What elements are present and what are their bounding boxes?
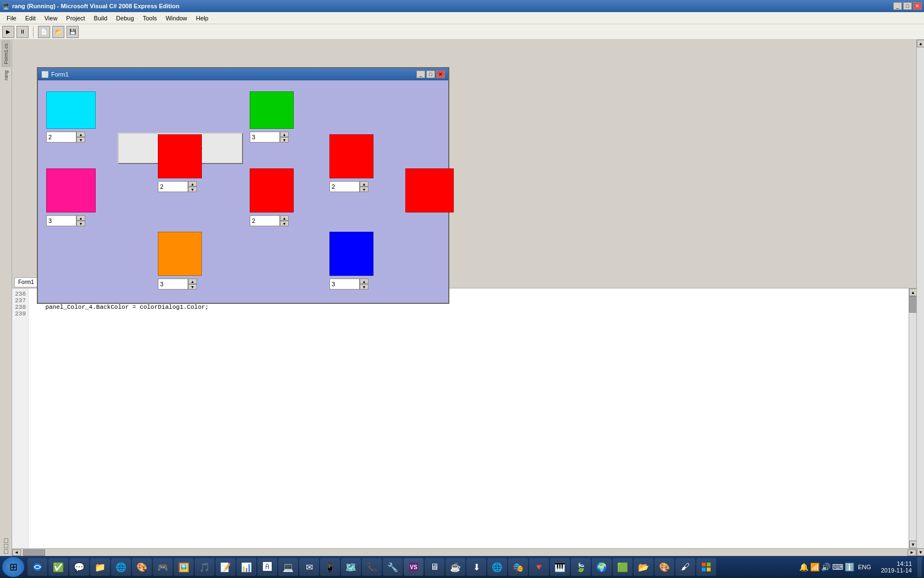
start-button[interactable]: ⊞ — [2, 557, 24, 577]
vertical-scrollbar[interactable]: ▲ ▼ — [909, 288, 916, 548]
menu-edit[interactable]: Edit — [21, 14, 40, 23]
taskbar-check[interactable]: ✅ — [48, 558, 68, 576]
sidebar-form-tab[interactable]: Form1.cs — [2, 41, 10, 67]
taskbar-java[interactable]: ☕ — [446, 558, 465, 576]
spinner-2[interactable]: ▲ ▼ — [158, 181, 197, 192]
minimize-button[interactable]: _ — [893, 2, 902, 10]
menu-project[interactable]: Project — [62, 14, 89, 23]
taskbar-network[interactable]: 🌐 — [487, 558, 507, 576]
panel-green[interactable] — [250, 91, 294, 129]
panel-orange[interactable] — [158, 232, 202, 276]
taskbar-phone[interactable]: 📞 — [362, 558, 382, 576]
hscroll-thumb[interactable] — [23, 549, 45, 556]
menu-help[interactable]: Help — [191, 14, 213, 23]
spinner-6-input[interactable] — [46, 215, 76, 226]
menu-build[interactable]: Build — [90, 14, 112, 23]
spinner-6-down[interactable]: ▼ — [76, 221, 85, 226]
taskbar-dev[interactable]: 💻 — [278, 558, 298, 576]
taskbar-photo[interactable]: 🖼️ — [174, 558, 194, 576]
spinner-5-input[interactable] — [329, 181, 360, 192]
tray-icon-2[interactable]: 📶 — [810, 563, 820, 571]
spinner-4-up[interactable]: ▲ — [280, 215, 289, 221]
taskbar-download[interactable]: ⬇ — [466, 558, 486, 576]
menu-view[interactable]: View — [40, 14, 62, 23]
vscroll-thumb[interactable] — [909, 296, 916, 313]
vscroll-up-btn[interactable]: ▲ — [909, 288, 916, 296]
spinner-5[interactable]: ▲ ▼ — [329, 181, 369, 192]
spinner-2-up[interactable]: ▲ — [188, 181, 197, 187]
spinner-4-input[interactable] — [250, 215, 280, 226]
spinner-5-down[interactable]: ▼ — [360, 187, 369, 192]
taskbar-vs[interactable]: VS — [404, 558, 424, 576]
spinner-1-input[interactable] — [46, 132, 76, 143]
spinner-3[interactable]: ▲ ▼ — [250, 132, 289, 143]
menu-tools[interactable]: Tools — [139, 14, 162, 23]
code-text-area[interactable]: colorDialog1.ShowDialog(); panel_Color_4… — [29, 288, 909, 548]
rscroll-down[interactable]: ▼ — [917, 548, 924, 556]
tray-icon-4[interactable]: ⌨ — [832, 563, 843, 571]
taskbar-maps[interactable]: 🗺️ — [341, 558, 361, 576]
vscroll-down-btn[interactable]: ▼ — [909, 541, 916, 548]
spinner-7-up[interactable]: ▲ — [188, 279, 197, 284]
spinner-1[interactable]: ▲ ▼ — [46, 132, 85, 143]
toolbar-btn-2[interactable]: ⏸ — [16, 26, 29, 38]
spinner-4-down[interactable]: ▼ — [280, 221, 289, 226]
taskbar-game[interactable]: 🎮 — [153, 558, 173, 576]
toolbar-btn-save[interactable]: 💾 — [67, 26, 79, 38]
panel-red2[interactable] — [250, 168, 294, 212]
tray-icon-3[interactable]: 🔊 — [821, 563, 831, 571]
panel-blue[interactable] — [329, 232, 373, 276]
taskbar-3d[interactable]: 🎭 — [508, 558, 528, 576]
taskbar-ps[interactable]: 🖌 — [675, 558, 695, 576]
taskbar-globe[interactable]: 🌍 — [592, 558, 612, 576]
toolbar-btn-1[interactable]: ▶ — [2, 26, 14, 38]
menu-window[interactable]: Window — [161, 14, 191, 23]
spinner-3-up[interactable]: ▲ — [280, 132, 289, 137]
taskbar-android[interactable]: 📱 — [320, 558, 340, 576]
menu-debug[interactable]: Debug — [112, 14, 138, 23]
panel-red3[interactable] — [329, 134, 373, 178]
spinner-3-down[interactable]: ▼ — [280, 137, 289, 143]
taskbar-files[interactable]: 📁 — [90, 558, 110, 576]
hscroll-right-btn[interactable]: ► — [908, 549, 916, 556]
spinner-1-down[interactable]: ▼ — [76, 137, 85, 143]
taskbar-whatsapp[interactable]: 💬 — [69, 558, 89, 576]
taskbar-mail[interactable]: ✉ — [299, 558, 319, 576]
taskbar-art[interactable]: 🎨 — [654, 558, 674, 576]
spinner-8-down[interactable]: ▼ — [360, 284, 369, 290]
taskbar-dev2[interactable]: 🖥 — [425, 558, 444, 576]
spinner-2-input[interactable] — [158, 181, 188, 192]
spinner-2-down[interactable]: ▼ — [188, 187, 197, 192]
spinner-7-input[interactable] — [158, 279, 188, 290]
taskbar-ie[interactable] — [28, 558, 47, 576]
spinner-4[interactable]: ▲ ▼ — [250, 215, 289, 226]
taskbar-music[interactable]: 🎵 — [195, 558, 215, 576]
spinner-6[interactable]: ▲ ▼ — [46, 215, 85, 226]
spinner-8-input[interactable] — [329, 279, 360, 290]
taskbar-excel[interactable]: 📊 — [237, 558, 256, 576]
taskbar-clock[interactable]: 14:11 2019-11-14 — [877, 560, 916, 574]
spinner-7-down[interactable]: ▼ — [188, 284, 197, 290]
menu-file[interactable]: File — [2, 14, 21, 23]
horizontal-scrollbar[interactable]: ◄ ► — [12, 548, 916, 556]
taskbar-vlc[interactable]: 🔻 — [529, 558, 549, 576]
taskbar-folder2[interactable]: 📂 — [634, 558, 653, 576]
toolbar-btn-open[interactable]: 📂 — [52, 26, 64, 38]
form1-close-btn[interactable]: ✕ — [436, 70, 445, 78]
spinner-8[interactable]: ▲ ▼ — [329, 279, 369, 290]
spinner-5-up[interactable]: ▲ — [360, 181, 369, 187]
spinner-3-input[interactable] — [250, 132, 280, 143]
tray-icon-1[interactable]: 🔔 — [799, 563, 809, 571]
panel-red1[interactable] — [158, 134, 202, 178]
hscroll-left-btn[interactable]: ◄ — [12, 549, 21, 556]
spinner-8-up[interactable]: ▲ — [360, 279, 369, 284]
form1-minimize-btn[interactable]: _ — [416, 70, 425, 78]
taskbar-paint[interactable]: 🎨 — [132, 558, 152, 576]
form1-maximize-btn[interactable]: □ — [426, 70, 435, 78]
close-button[interactable]: ✕ — [913, 2, 922, 10]
spinner-7[interactable]: ▲ ▼ — [158, 279, 197, 290]
taskbar-cs[interactable]: 🟩 — [613, 558, 632, 576]
panel-cyan[interactable] — [46, 91, 96, 129]
spinner-1-up[interactable]: ▲ — [76, 132, 85, 137]
taskbar-word[interactable]: 📝 — [216, 558, 235, 576]
